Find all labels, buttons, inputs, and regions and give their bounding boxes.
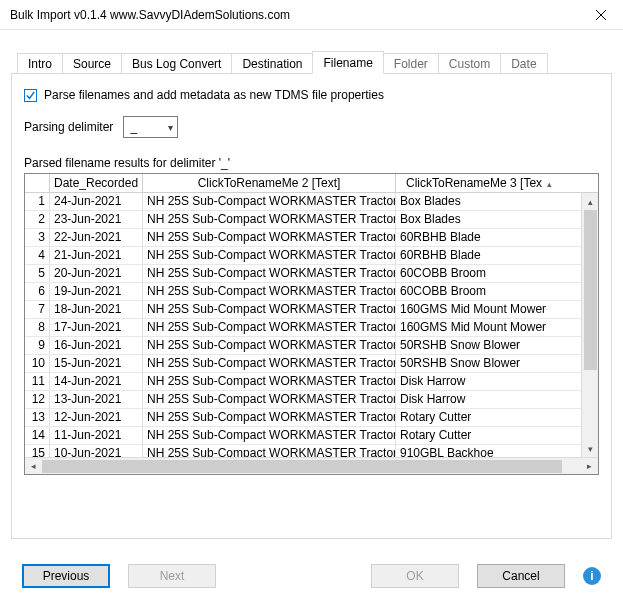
cell-col2: NH 25S Sub-Compact WORKMASTER Tractor [143, 337, 396, 354]
results-grid: Date_Recorded ClickToRenameMe 2 [Text] C… [24, 173, 599, 475]
cell-date-recorded: 16-Jun-2021 [50, 337, 143, 354]
cell-date-recorded: 19-Jun-2021 [50, 283, 143, 300]
cancel-button[interactable]: Cancel [477, 564, 565, 588]
tab-date: Date [500, 53, 547, 74]
parse-filenames-checkbox[interactable] [24, 89, 37, 102]
cell-col2: NH 25S Sub-Compact WORKMASTER Tractor [143, 319, 396, 336]
table-row[interactable]: 124-Jun-2021NH 25S Sub-Compact WORKMASTE… [25, 193, 581, 211]
cell-col3: 160GMS Mid Mount Mower [396, 319, 581, 336]
scroll-left-icon[interactable]: ◂ [25, 458, 42, 475]
cancel-button-label: Cancel [502, 569, 539, 583]
cell-index: 6 [25, 283, 50, 300]
table-row[interactable]: 1411-Jun-2021NH 25S Sub-Compact WORKMAST… [25, 427, 581, 445]
horizontal-scrollbar[interactable]: ◂ ▸ [25, 457, 598, 474]
horizontal-scroll-thumb[interactable] [42, 460, 562, 473]
tab-destination[interactable]: Destination [231, 53, 313, 74]
info-icon: i [590, 569, 593, 583]
window-close-button[interactable] [578, 0, 623, 30]
tab-source[interactable]: Source [62, 53, 122, 74]
cell-index: 13 [25, 409, 50, 426]
cell-col2: NH 25S Sub-Compact WORKMASTER Tractor [143, 355, 396, 372]
table-row[interactable]: 1213-Jun-2021NH 25S Sub-Compact WORKMAST… [25, 391, 581, 409]
cell-col2: NH 25S Sub-Compact WORKMASTER Tractor [143, 301, 396, 318]
tab-label: Destination [242, 57, 302, 71]
tab-label: Custom [449, 57, 490, 71]
cell-col2: NH 25S Sub-Compact WORKMASTER Tractor [143, 247, 396, 264]
cell-index: 2 [25, 211, 50, 228]
cell-index: 8 [25, 319, 50, 336]
tab-label: Source [73, 57, 111, 71]
grid-header-scroll-spacer [581, 174, 598, 192]
cell-date-recorded: 13-Jun-2021 [50, 391, 143, 408]
previous-button-label: Previous [43, 569, 90, 583]
table-row[interactable]: 322-Jun-2021NH 25S Sub-Compact WORKMASTE… [25, 229, 581, 247]
delimiter-select[interactable]: _ ▾ [123, 116, 178, 138]
cell-index: 9 [25, 337, 50, 354]
grid-header-col2[interactable]: ClickToRenameMe 2 [Text] [143, 174, 396, 192]
table-row[interactable]: 1114-Jun-2021NH 25S Sub-Compact WORKMAST… [25, 373, 581, 391]
help-button[interactable]: i [583, 567, 601, 585]
table-row[interactable]: 520-Jun-2021NH 25S Sub-Compact WORKMASTE… [25, 265, 581, 283]
table-row[interactable]: 1510-Jun-2021NH 25S Sub-Compact WORKMAST… [25, 445, 581, 457]
vertical-scroll-thumb[interactable] [584, 210, 597, 370]
cell-date-recorded: 24-Jun-2021 [50, 193, 143, 210]
table-row[interactable]: 1015-Jun-2021NH 25S Sub-Compact WORKMAST… [25, 355, 581, 373]
cell-col3: 60RBHB Blade [396, 247, 581, 264]
grid-header-index[interactable] [25, 174, 50, 192]
cell-index: 11 [25, 373, 50, 390]
scroll-up-icon[interactable]: ▴ [582, 193, 598, 210]
tab-bus-log-convert[interactable]: Bus Log Convert [121, 53, 232, 74]
check-icon [25, 90, 36, 101]
tab-panel-filename: Parse filenames and add metadata as new … [11, 73, 612, 539]
cell-date-recorded: 17-Jun-2021 [50, 319, 143, 336]
next-button-label: Next [160, 569, 185, 583]
tab-folder: Folder [383, 53, 439, 74]
cell-index: 7 [25, 301, 50, 318]
previous-button[interactable]: Previous [22, 564, 110, 588]
next-button: Next [128, 564, 216, 588]
tab-intro[interactable]: Intro [17, 53, 63, 74]
cell-index: 1 [25, 193, 50, 210]
cell-col2: NH 25S Sub-Compact WORKMASTER Tractor [143, 193, 396, 210]
table-row[interactable]: 223-Jun-2021NH 25S Sub-Compact WORKMASTE… [25, 211, 581, 229]
cell-index: 3 [25, 229, 50, 246]
cell-col2: NH 25S Sub-Compact WORKMASTER Tractor [143, 409, 396, 426]
grid-header-date[interactable]: Date_Recorded [50, 174, 143, 192]
delimiter-row: Parsing delimiter _ ▾ [24, 116, 599, 138]
cell-col2: NH 25S Sub-Compact WORKMASTER Tractor [143, 211, 396, 228]
cell-date-recorded: 14-Jun-2021 [50, 373, 143, 390]
grid-header-col3[interactable]: ClickToRenameMe 3 [Tex ▴ [396, 174, 581, 192]
tab-label: Date [511, 57, 536, 71]
table-row[interactable]: 421-Jun-2021NH 25S Sub-Compact WORKMASTE… [25, 247, 581, 265]
table-row[interactable]: 718-Jun-2021NH 25S Sub-Compact WORKMASTE… [25, 301, 581, 319]
table-row[interactable]: 817-Jun-2021NH 25S Sub-Compact WORKMASTE… [25, 319, 581, 337]
cell-index: 14 [25, 427, 50, 444]
cell-col3: 910GBL Backhoe [396, 445, 581, 457]
sort-indicator-icon: ▴ [547, 179, 552, 189]
cell-col2: NH 25S Sub-Compact WORKMASTER Tractor [143, 373, 396, 390]
cell-col3: Rotary Cutter [396, 427, 581, 444]
cell-col3: Box Blades [396, 211, 581, 228]
cell-date-recorded: 18-Jun-2021 [50, 301, 143, 318]
table-row[interactable]: 916-Jun-2021NH 25S Sub-Compact WORKMASTE… [25, 337, 581, 355]
tab-label: Intro [28, 57, 52, 71]
delimiter-label: Parsing delimiter [24, 120, 113, 134]
scroll-down-icon[interactable]: ▾ [582, 440, 598, 457]
cell-col3: Rotary Cutter [396, 409, 581, 426]
grid-header-col2-label: ClickToRenameMe 2 [Text] [198, 176, 341, 190]
cell-col3: 50RSHB Snow Blower [396, 355, 581, 372]
cell-col3: Box Blades [396, 193, 581, 210]
window-title: Bulk Import v0.1.4 www.SavvyDIAdemSoluti… [10, 8, 578, 22]
titlebar: Bulk Import v0.1.4 www.SavvyDIAdemSoluti… [0, 0, 623, 30]
cell-date-recorded: 23-Jun-2021 [50, 211, 143, 228]
table-row[interactable]: 619-Jun-2021NH 25S Sub-Compact WORKMASTE… [25, 283, 581, 301]
vertical-scrollbar[interactable]: ▴ ▾ [581, 193, 598, 457]
cell-index: 5 [25, 265, 50, 282]
cell-date-recorded: 22-Jun-2021 [50, 229, 143, 246]
horizontal-scroll-track[interactable] [42, 458, 581, 475]
parse-filenames-label: Parse filenames and add metadata as new … [44, 88, 384, 102]
table-row[interactable]: 1312-Jun-2021NH 25S Sub-Compact WORKMAST… [25, 409, 581, 427]
cell-index: 4 [25, 247, 50, 264]
scroll-right-icon[interactable]: ▸ [581, 458, 598, 475]
tab-filename[interactable]: Filename [312, 51, 383, 74]
